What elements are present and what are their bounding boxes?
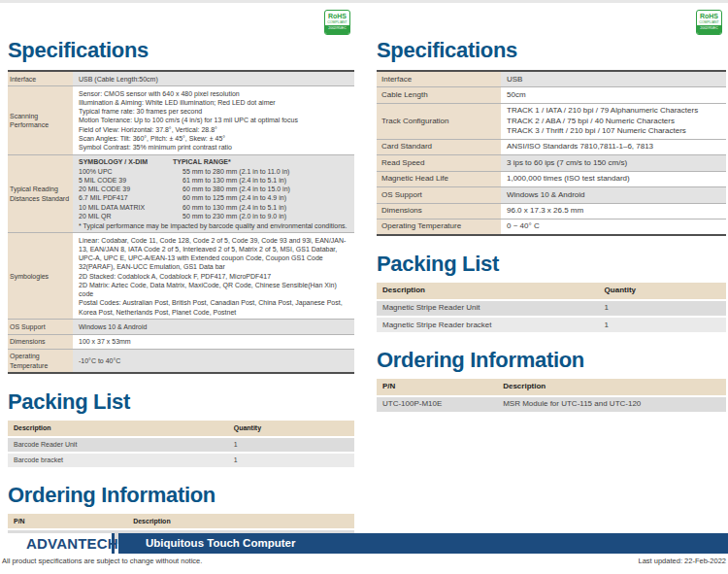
- symbology-data-row: 6.7 MIL PDF41760 mm to 125 mm (2.4 in to…: [79, 193, 350, 202]
- spec-value-line: USB: [507, 75, 722, 84]
- spec-row-value: 3 ips to 60 ips (7 cm/s to 150 cm/s): [501, 155, 726, 171]
- table-header-row: DescriptionQuantity: [377, 283, 726, 299]
- packing-list-table-right: DescriptionQuantityMagnetic Stripe Reade…: [377, 283, 726, 332]
- table-cell: MSR Module for UTC-115 and UTC-120: [497, 396, 726, 412]
- symbology-data-row: 10 MIL DATA MATRIX60 mm to 130 mm (2.4 i…: [79, 203, 350, 212]
- datasheet-page: RoHS COMPLIANT 2002/95/EC Specifications…: [0, 0, 728, 574]
- column-header: Quantity: [228, 421, 354, 436]
- spec-value-line: 2D Stacked: Codablock A, Codablock F, PD…: [79, 272, 350, 281]
- symbology-data-row: 20 MIL QR50 mm to 230 mm (2.0 in to 9.0 …: [79, 212, 350, 220]
- spec-row-label: Interface: [8, 71, 73, 86]
- spec-row-value: 0 ~ 40° C: [501, 219, 726, 235]
- spec-row-label: Typical Reading Distances Standard: [8, 154, 73, 232]
- spec-row: SymbologiesLinear: Codabar, Code 11, Cod…: [8, 233, 354, 320]
- spec-value-line: Windows 10 & Android: [79, 322, 350, 331]
- spec-row-label: Operating Temperature: [377, 219, 501, 235]
- footer-disclaimer: All product specifications are subject t…: [2, 557, 202, 565]
- rohs-compliance-badge: RoHS COMPLIANT 2002/95/EC: [324, 10, 350, 35]
- table-cell: Barcode Reader Unit: [8, 437, 228, 453]
- spec-row-value: 100 x 37 x 53mm: [73, 334, 354, 349]
- spec-value-line: ANSI/ISO Standards 7810,7811-1–6, 7813: [507, 142, 722, 152]
- spec-row-label: Interface: [377, 71, 501, 87]
- spec-row-label: OS Support: [8, 320, 73, 334]
- column-header: P/N: [377, 379, 497, 395]
- spec-value-line: Windows 10 & Android: [507, 190, 722, 200]
- spec-row-value: Linear: Codabar, Code 11, Code 128, Code…: [73, 233, 354, 320]
- specifications-table-right: InterfaceUSBCable Length50cmTrack Config…: [377, 70, 726, 236]
- spec-value-line: Scan Angles: Tilt: 360°, Pitch: ± 45°, S…: [79, 134, 350, 143]
- spec-row: Operating Temperature-10°C to 40°C: [8, 349, 354, 373]
- footer-logo-divider: [112, 533, 115, 554]
- spec-row-value: -10°C to 40°C: [73, 349, 354, 373]
- spec-value-line: Field of View: Horizontal: 37.8°, Vertic…: [79, 125, 350, 134]
- spec-value-line: 3 ips to 60 ips (7 cm/s to 150 cm/s): [507, 158, 722, 168]
- spec-row-value: Windows 10 & Android: [73, 320, 354, 334]
- spec-row-value: SYMBOLOGY / X-DIMTYPICAL RANGE*100% UPC5…: [73, 154, 354, 232]
- ordering-information-table-right: P/NDescriptionUTC-100P-M10EMSR Module fo…: [377, 379, 726, 412]
- left-column: RoHS COMPLIANT 2002/95/EC Specifications…: [8, 0, 354, 544]
- packing-list-heading-right: Packing List: [377, 253, 726, 276]
- symbology-header-col1: SYMBOLOGY / X-DIM: [79, 157, 173, 166]
- footer-tagline: Ubiquitous Touch Computer: [118, 533, 728, 554]
- footer-notes: All product specifications are subject t…: [0, 557, 728, 565]
- symbology-name: 6.7 MIL PDF417: [79, 193, 173, 202]
- spec-value-line: 50cm: [507, 90, 722, 100]
- ordering-information-heading-left: Ordering Information: [8, 484, 354, 507]
- table-cell: UTC-100P-M10E: [377, 396, 497, 412]
- symbology-range: 61 mm to 130 mm (2.4 in to 5.1 in): [173, 176, 350, 185]
- spec-row-label: Symbologies: [8, 233, 73, 320]
- symbology-data-row: 20 MIL CODE 3960 mm to 380 mm (2.4 in to…: [79, 185, 350, 193]
- spec-row-label: Operating Temperature: [8, 349, 73, 373]
- table-cell: 1: [599, 317, 726, 332]
- packing-list-heading-left: Packing List: [8, 390, 354, 414]
- right-column: RoHS COMPLIANT 2002/95/EC Specifications…: [377, 0, 726, 412]
- spec-row: Card StandardANSI/ISO Standards 7810,781…: [377, 139, 726, 154]
- spec-row-label: Scanning Performance: [8, 86, 73, 155]
- column-header: Description: [8, 421, 228, 436]
- column-header: P/N: [8, 514, 127, 529]
- symbology-name: 20 MIL CODE 39: [79, 185, 173, 193]
- spec-value-line: TRACK 1 / IATA / 210 bpi / 79 Alphanumer…: [507, 106, 722, 116]
- spec-row: Track ConfigurationTRACK 1 / IATA / 210 …: [377, 103, 726, 139]
- column-header: Description: [377, 283, 599, 299]
- spec-value-line: 1,000,000 times (ISO test standard): [507, 174, 722, 184]
- table-cell: 1: [599, 300, 726, 317]
- table-row: Barcode bracket1: [8, 453, 354, 467]
- spec-row: InterfaceUSB: [377, 71, 726, 87]
- spec-value-line: Postal Codes: Australian Post, British P…: [79, 298, 350, 316]
- rohs-badge-code: 2002/95/EC: [325, 25, 349, 34]
- spec-row: Cable Length50cm: [377, 87, 726, 103]
- symbology-range: 60 mm to 380 mm (2.4 in to 15.0 in): [173, 185, 350, 193]
- spec-row-label: Magnetic Head Life: [377, 171, 501, 186]
- symbology-name: 10 MIL DATA MATRIX: [79, 203, 173, 212]
- rohs-badge-code: 2002/95/EC: [697, 25, 721, 34]
- spec-value-line: TRACK 3 / Thrift / 210 bpi / 107 Numeric…: [507, 126, 722, 136]
- symbology-name: 5 MIL CODE 39: [79, 176, 173, 185]
- spec-row-label: Track Configuration: [377, 103, 501, 139]
- spec-value-line: 2D Matrix: Aztec Code, Data Matrix, Maxi…: [79, 281, 350, 298]
- symbology-data-row: 5 MIL CODE 3961 mm to 130 mm (2.4 in to …: [79, 176, 350, 185]
- spec-row-value: USB: [501, 71, 726, 87]
- advantech-logo: ADVANTECH: [0, 533, 112, 554]
- symbology-range: 55 mm to 280 mm (2.1 in to 11.0 in): [173, 167, 350, 176]
- spec-row: Magnetic Head Life1,000,000 times (ISO t…: [377, 171, 726, 186]
- spec-row-label: Card Standard: [377, 139, 501, 154]
- ordering-information-heading-right: Ordering Information: [377, 349, 726, 372]
- table-cell: 1: [228, 437, 354, 453]
- symbology-range: 60 mm to 125 mm (2.4 in to 4.9 in): [173, 193, 350, 202]
- spec-value-line: TRACK 2 / ABA / 75 bpi / 40 Numeric Char…: [507, 117, 722, 126]
- table-header-row: P/NDescription: [8, 514, 354, 529]
- rohs-badge-title: RoHS: [700, 12, 718, 20]
- spec-value-line: Motion Tolerance: Up to 100 cm/s (4 in/s…: [79, 116, 350, 124]
- table-cell: Magnetic Stripe Reader Unit: [377, 300, 599, 317]
- table-cell: 1: [228, 453, 354, 467]
- rohs-badge-subtitle: COMPLIANT: [327, 20, 347, 24]
- spec-row: InterfaceUSB (Cable Length:50cm): [8, 71, 354, 86]
- spec-row: OS SupportWindows 10 & Android: [377, 187, 726, 203]
- table-cell: Barcode bracket: [8, 453, 228, 467]
- spec-row-label: Dimensions: [377, 203, 501, 219]
- rohs-badge-subtitle: COMPLIANT: [699, 20, 718, 24]
- column-header: Description: [497, 379, 726, 395]
- spec-row-value: Sensor: CMOS sensor with 640 x 480 pixel…: [73, 86, 354, 155]
- spec-row: Dimensions100 x 37 x 53mm: [8, 334, 354, 349]
